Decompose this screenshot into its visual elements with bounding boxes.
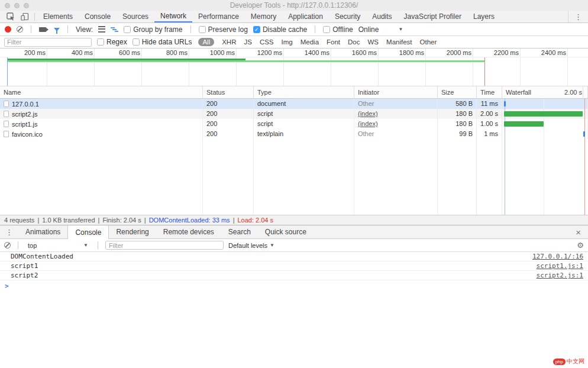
filter-type-other[interactable]: Other — [420, 38, 437, 46]
offline-checkbox[interactable]: Offline — [323, 25, 353, 34]
checkbox-unchecked[interactable] — [323, 26, 330, 33]
checkbox-unchecked[interactable] — [124, 26, 131, 33]
close-drawer-icon[interactable]: × — [568, 225, 588, 238]
filter-funnel-icon[interactable] — [54, 28, 60, 31]
tab-audits[interactable]: Audits — [366, 11, 398, 22]
waterfall-bar[interactable] — [583, 131, 585, 137]
waterfall-bar[interactable] — [504, 121, 544, 127]
checkbox-unchecked[interactable] — [199, 26, 206, 33]
message-source-link[interactable]: script1.js:1 — [537, 262, 583, 270]
hide-data-urls-checkbox[interactable]: Hide data URLs — [133, 38, 192, 46]
tab-security[interactable]: Security — [329, 11, 366, 22]
request-time: 2.00 s — [477, 109, 502, 119]
watermark: php 中文网 — [553, 357, 584, 366]
table-row[interactable]: script1.js 200 script (index) 180 B 1.00… — [0, 119, 588, 129]
filter-type-img[interactable]: Img — [282, 38, 293, 46]
disable-cache-checkbox[interactable]: ✓ Disable cache — [253, 25, 307, 34]
table-row[interactable]: script2.js 200 script (index) 180 B 2.00… — [0, 109, 588, 119]
filter-type-font[interactable]: Font — [327, 38, 340, 46]
filter-type-js[interactable]: JS — [244, 38, 251, 46]
more-options-icon[interactable]: ⋮ — [568, 11, 588, 22]
column-header-status[interactable]: Status — [203, 86, 254, 98]
requests-count: 4 requests — [4, 217, 34, 224]
prompt-chevron-icon: > — [5, 282, 9, 290]
checkbox-unchecked[interactable] — [97, 38, 104, 46]
filter-type-all[interactable]: All — [198, 38, 214, 46]
clear-network-log-icon[interactable] — [17, 26, 23, 33]
filter-type-manifest[interactable]: Manifest — [386, 38, 412, 46]
tab-javascript-profiler[interactable]: JavaScript Profiler — [398, 11, 467, 22]
console-filter-input[interactable] — [105, 241, 224, 250]
filter-type-xhr[interactable]: XHR — [222, 38, 236, 46]
tab-elements[interactable]: Elements — [37, 11, 79, 22]
table-row[interactable]: 127.0.0.1 200 document Other 580 B 11 ms — [0, 99, 588, 109]
message-source-link[interactable]: 127.0.0.1/:16 — [532, 253, 583, 260]
log-levels-select[interactable]: Default levels ▼ — [228, 242, 274, 249]
more-tools-icon[interactable]: ⋮ — [0, 225, 18, 238]
preserve-log-checkbox[interactable]: Preserve log — [199, 25, 248, 34]
capture-screenshots-icon[interactable] — [39, 27, 46, 32]
message-text: script2 — [11, 272, 38, 279]
inspect-element-icon[interactable] — [4, 11, 18, 22]
execution-context-select[interactable]: top ▼ — [25, 242, 91, 249]
drawer-tab-quick-source[interactable]: Quick source — [258, 225, 314, 238]
divider — [34, 13, 35, 21]
show-overview-icon[interactable] — [111, 27, 118, 33]
network-overview-timeline[interactable]: 200 ms 400 ms 600 ms 800 ms 1000 ms 1200… — [0, 49, 588, 86]
tab-application[interactable]: Application — [282, 11, 329, 22]
request-type: script — [254, 109, 354, 119]
column-header-waterfall[interactable]: Waterfall 2.00 s — [502, 86, 588, 98]
group-by-frame-checkbox[interactable]: Group by frame — [124, 25, 182, 34]
drawer-tab-search[interactable]: Search — [221, 225, 258, 238]
tab-performance[interactable]: Performance — [192, 11, 245, 22]
request-initiator: Other — [354, 99, 438, 109]
drawer-tab-rendering[interactable]: Rendering — [109, 225, 156, 238]
column-header-name[interactable]: Name — [0, 86, 203, 98]
record-network-log-button[interactable] — [5, 26, 11, 33]
checkbox-unchecked[interactable] — [133, 38, 140, 46]
network-filter-input[interactable] — [4, 38, 92, 47]
tab-layers[interactable]: Layers — [467, 11, 500, 22]
filter-type-doc[interactable]: Doc — [348, 38, 360, 46]
filter-type-ws[interactable]: WS — [368, 38, 379, 46]
drawer-tab-remote-devices[interactable]: Remote devices — [156, 225, 221, 238]
request-size: 180 B — [438, 119, 477, 129]
device-toolbar-icon[interactable] — [18, 11, 32, 22]
drawer-tab-animations[interactable]: Animations — [18, 225, 67, 238]
tab-network[interactable]: Network — [154, 11, 192, 22]
maximize-window-button[interactable] — [24, 3, 29, 8]
drawer-tab-console[interactable]: Console — [67, 225, 109, 239]
tab-sources[interactable]: Sources — [117, 11, 154, 22]
clear-console-icon[interactable] — [4, 242, 11, 248]
filter-type-css[interactable]: CSS — [260, 38, 274, 46]
initiator-link[interactable]: (index) — [358, 120, 378, 127]
window-titlebar: Developer Tools - http://127.0.0.1:12306… — [0, 0, 588, 11]
waterfall-bar[interactable] — [504, 111, 583, 117]
request-size: 99 B — [438, 129, 477, 139]
regex-checkbox[interactable]: Regex — [97, 38, 127, 46]
large-request-rows-icon[interactable] — [98, 26, 105, 33]
table-row[interactable]: favicon.ico 200 text/plain Other 99 B 1 … — [0, 129, 588, 139]
checkbox-checked[interactable]: ✓ — [253, 26, 260, 33]
initiator-link[interactable]: (index) — [358, 110, 378, 117]
waterfall-bar[interactable] — [504, 101, 506, 106]
throttling-select[interactable]: Online — [358, 25, 379, 34]
close-window-button[interactable] — [5, 3, 10, 8]
request-name: script1.js — [12, 120, 37, 129]
column-header-time[interactable]: Time — [477, 86, 502, 98]
offline-label: Offline — [332, 25, 353, 34]
request-status: 200 — [203, 119, 254, 129]
chevron-down-icon[interactable]: ▼ — [398, 27, 403, 32]
console-settings-gear-icon[interactable]: ⚙ — [577, 241, 584, 250]
tab-memory[interactable]: Memory — [245, 11, 282, 22]
console-prompt[interactable]: > — [0, 280, 588, 292]
minimize-window-button[interactable] — [14, 3, 20, 8]
tab-console[interactable]: Console — [79, 11, 117, 22]
filter-type-media[interactable]: Media — [301, 38, 319, 46]
column-header-size[interactable]: Size — [438, 86, 477, 98]
request-initiator: Other — [354, 129, 438, 139]
message-source-link[interactable]: script2.js:1 — [537, 272, 583, 279]
column-header-type[interactable]: Type — [254, 86, 354, 98]
column-header-initiator[interactable]: Initiator — [354, 86, 438, 98]
console-messages: DOMContentLoaded 127.0.0.1/:16 script1 s… — [0, 252, 588, 368]
